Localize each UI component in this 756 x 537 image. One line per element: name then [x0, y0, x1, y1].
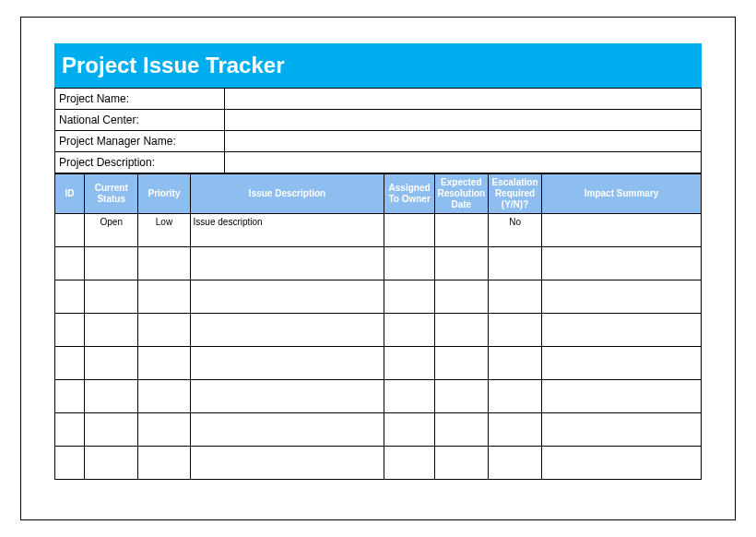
cell-priority[interactable]	[138, 314, 190, 347]
cell-status[interactable]	[85, 280, 138, 314]
info-row-project-name: Project Name:	[55, 89, 702, 110]
info-row-project-manager: Project Manager Name:	[55, 131, 702, 152]
table-row	[55, 413, 702, 447]
cell-priority[interactable]: Low	[138, 214, 190, 247]
cell-id[interactable]	[55, 314, 85, 347]
cell-escalation[interactable]	[488, 347, 541, 380]
cell-date[interactable]	[434, 314, 488, 347]
title-bar: Project Issue Tracker	[54, 43, 702, 88]
cell-description[interactable]	[190, 347, 384, 380]
cell-date[interactable]	[434, 214, 488, 247]
cell-description[interactable]: Issue description	[190, 214, 384, 247]
cell-priority[interactable]	[138, 280, 190, 314]
cell-id[interactable]	[55, 247, 85, 280]
cell-description[interactable]	[190, 280, 384, 314]
table-row	[55, 347, 702, 380]
cell-id[interactable]	[55, 280, 85, 314]
info-value[interactable]	[225, 131, 702, 152]
info-label: Project Manager Name:	[55, 131, 225, 152]
col-header-priority: Priority	[138, 174, 190, 214]
cell-id[interactable]	[55, 347, 85, 380]
cell-description[interactable]	[190, 447, 384, 480]
cell-assigned[interactable]	[384, 247, 434, 280]
cell-assigned[interactable]	[384, 380, 434, 413]
table-row: Open Low Issue description No	[55, 214, 702, 247]
cell-assigned[interactable]	[384, 314, 434, 347]
cell-assigned[interactable]	[384, 347, 434, 380]
cell-description[interactable]	[190, 380, 384, 413]
cell-impact[interactable]	[542, 347, 702, 380]
col-header-id: ID	[55, 174, 85, 214]
col-header-date: Expected Resolution Date	[434, 174, 488, 214]
cell-impact[interactable]	[542, 447, 702, 480]
cell-status[interactable]	[85, 347, 138, 380]
issue-table-body: Open Low Issue description No	[55, 214, 702, 480]
col-header-status: Current Status	[85, 174, 138, 214]
cell-escalation[interactable]	[488, 413, 541, 447]
info-label: Project Description:	[55, 152, 225, 173]
document-title: Project Issue Tracker	[62, 53, 284, 78]
cell-date[interactable]	[434, 380, 488, 413]
document-frame: Project Issue Tracker Project Name: Nati…	[20, 17, 736, 520]
info-value[interactable]	[225, 152, 702, 173]
cell-date[interactable]	[434, 247, 488, 280]
cell-status[interactable]	[85, 314, 138, 347]
col-header-escalation: Escalation Required (Y/N)?	[488, 174, 541, 214]
info-label: Project Name:	[55, 89, 225, 110]
cell-description[interactable]	[190, 247, 384, 280]
cell-assigned[interactable]	[384, 214, 434, 247]
cell-assigned[interactable]	[384, 447, 434, 480]
cell-id[interactable]	[55, 214, 85, 247]
cell-date[interactable]	[434, 347, 488, 380]
info-value[interactable]	[225, 110, 702, 131]
table-row	[55, 314, 702, 347]
col-header-description: Issue Description	[190, 174, 384, 214]
cell-assigned[interactable]	[384, 413, 434, 447]
cell-priority[interactable]	[138, 447, 190, 480]
cell-id[interactable]	[55, 380, 85, 413]
project-info-table: Project Name: National Center: Project M…	[54, 88, 702, 173]
cell-priority[interactable]	[138, 247, 190, 280]
issue-table: ID Current Status Priority Issue Descrip…	[54, 173, 702, 480]
info-label: National Center:	[55, 110, 225, 131]
table-row	[55, 247, 702, 280]
cell-escalation[interactable]	[488, 447, 541, 480]
col-header-impact: Impact Summary	[542, 174, 702, 214]
cell-impact[interactable]	[542, 380, 702, 413]
cell-escalation[interactable]	[488, 247, 541, 280]
cell-id[interactable]	[55, 413, 85, 447]
cell-status[interactable]	[85, 247, 138, 280]
cell-impact[interactable]	[542, 247, 702, 280]
cell-date[interactable]	[434, 280, 488, 314]
cell-priority[interactable]	[138, 380, 190, 413]
cell-escalation[interactable]: No	[488, 214, 541, 247]
cell-impact[interactable]	[542, 413, 702, 447]
cell-description[interactable]	[190, 413, 384, 447]
cell-description[interactable]	[190, 314, 384, 347]
table-row	[55, 280, 702, 314]
info-value[interactable]	[225, 89, 702, 110]
cell-impact[interactable]	[542, 314, 702, 347]
cell-id[interactable]	[55, 447, 85, 480]
cell-status[interactable]	[85, 413, 138, 447]
cell-status[interactable]	[85, 447, 138, 480]
issue-table-header-row: ID Current Status Priority Issue Descrip…	[55, 174, 702, 214]
cell-impact[interactable]	[542, 214, 702, 247]
info-row-national-center: National Center:	[55, 110, 702, 131]
table-row	[55, 380, 702, 413]
cell-status[interactable]: Open	[85, 214, 138, 247]
cell-escalation[interactable]	[488, 314, 541, 347]
cell-status[interactable]	[85, 380, 138, 413]
cell-date[interactable]	[434, 413, 488, 447]
col-header-assigned: Assigned To Owner	[384, 174, 434, 214]
cell-priority[interactable]	[138, 347, 190, 380]
cell-date[interactable]	[434, 447, 488, 480]
table-row	[55, 447, 702, 480]
cell-escalation[interactable]	[488, 380, 541, 413]
info-row-project-description: Project Description:	[55, 152, 702, 173]
cell-escalation[interactable]	[488, 280, 541, 314]
cell-assigned[interactable]	[384, 280, 434, 314]
cell-impact[interactable]	[542, 280, 702, 314]
cell-priority[interactable]	[138, 413, 190, 447]
